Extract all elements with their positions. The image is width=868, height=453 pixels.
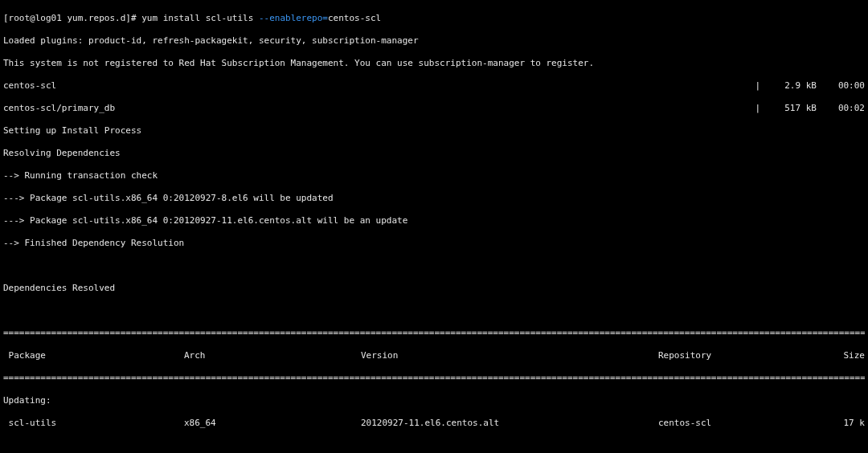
repo-time: 00:00 xyxy=(817,80,865,92)
divider: ========================================… xyxy=(3,373,865,384)
repo-line: centos-scl|2.9 kB00:00 xyxy=(3,80,865,92)
col-size: Size xyxy=(817,350,865,361)
line xyxy=(3,260,865,271)
cell-repo: centos-scl xyxy=(658,418,817,429)
repo-time: 00:02 xyxy=(817,103,865,114)
col-version: Version xyxy=(361,350,658,361)
line: Loaded plugins: product-id, refresh-pack… xyxy=(3,35,865,47)
pipe-icon: | xyxy=(750,80,765,92)
repo-name: centos-scl/primary_db xyxy=(3,103,750,114)
cell-arch: x86_64 xyxy=(184,418,361,429)
command-option: --enablerepo= xyxy=(259,13,328,23)
repo-line: centos-scl/primary_db|517 kB00:02 xyxy=(3,103,865,114)
line: Resolving Dependencies xyxy=(3,148,865,159)
command-arg: centos-scl xyxy=(328,13,381,23)
repo-size: 2.9 kB xyxy=(765,80,817,92)
line: ---> Package scl-utils.x86_64 0:20120927… xyxy=(3,193,865,204)
line: --> Running transaction check xyxy=(3,170,865,182)
pipe-icon: | xyxy=(750,103,765,114)
line: Setting up Install Process xyxy=(3,125,865,137)
table-row: scl-utilsx86_6420120927-11.el6.centos.al… xyxy=(3,418,865,429)
col-repo: Repository xyxy=(658,350,817,361)
line: [root@log01 yum.repos.d]# yum install sc… xyxy=(3,13,865,24)
command-text: yum install scl-utils xyxy=(141,13,259,23)
cell-version: 20120927-11.el6.centos.alt xyxy=(361,418,658,429)
line: ---> Package scl-utils.x86_64 0:20120927… xyxy=(3,215,865,226)
table-header: PackageArchVersionRepositorySize xyxy=(3,350,865,361)
prompt: [root@log01 yum.repos.d]# xyxy=(3,13,141,23)
section-updating: Updating: xyxy=(3,395,865,406)
cell-size: 17 k xyxy=(817,418,865,429)
line: Dependencies Resolved xyxy=(3,283,865,294)
line xyxy=(3,440,865,451)
divider: ========================================… xyxy=(3,328,865,339)
line: --> Finished Dependency Resolution xyxy=(3,238,865,249)
cell-package: scl-utils xyxy=(3,418,184,429)
repo-size: 517 kB xyxy=(765,103,817,114)
terminal[interactable]: [root@log01 yum.repos.d]# yum install sc… xyxy=(0,0,868,453)
col-package: Package xyxy=(3,350,184,361)
line: This system is not registered to Red Hat… xyxy=(3,58,865,69)
col-arch: Arch xyxy=(184,350,361,361)
line xyxy=(3,305,865,316)
repo-name: centos-scl xyxy=(3,80,750,92)
